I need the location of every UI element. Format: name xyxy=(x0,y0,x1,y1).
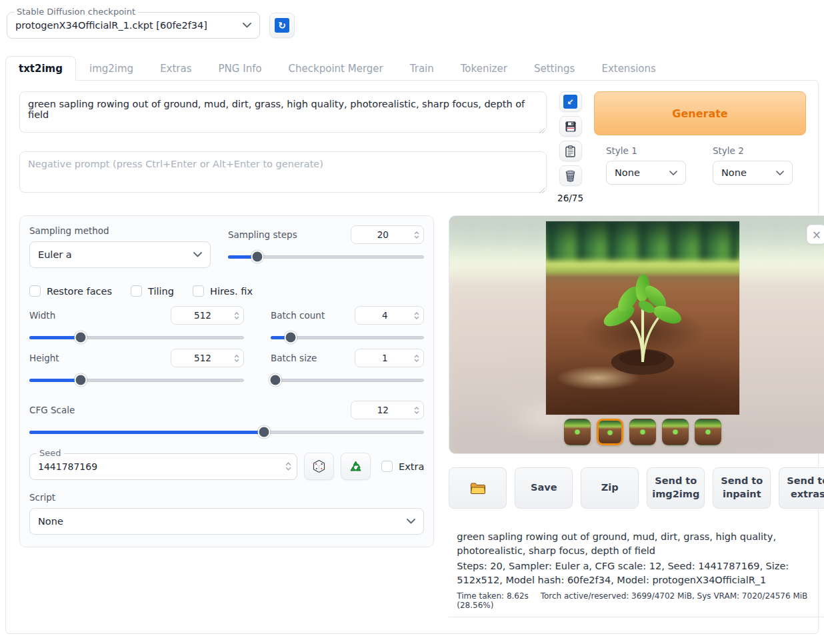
spinner-arrows-icon[interactable] xyxy=(285,462,291,471)
folder-icon xyxy=(470,482,486,495)
width-field xyxy=(171,306,244,325)
tab-extras[interactable]: Extras xyxy=(147,56,205,81)
zip-button[interactable]: Zip xyxy=(581,467,639,509)
style1-label: Style 1 xyxy=(606,145,686,156)
batch-count-slider[interactable] xyxy=(271,331,424,343)
floppy-disk-icon xyxy=(565,121,577,133)
tab-settings[interactable]: Settings xyxy=(521,56,589,81)
batch-count-input[interactable] xyxy=(355,310,414,321)
info-prompt-text: green sapling rowing out of ground, mud,… xyxy=(457,530,824,558)
tab-checkpoint-merger[interactable]: Checkpoint Merger xyxy=(275,56,397,81)
spinner-arrows-icon[interactable] xyxy=(414,231,419,239)
thumbnail-3[interactable] xyxy=(629,419,656,445)
prompt-tools-column: ↙ xyxy=(557,91,583,203)
clear-prompt-button[interactable] xyxy=(559,165,582,186)
tab-extensions[interactable]: Extensions xyxy=(588,56,669,81)
height-input[interactable] xyxy=(171,353,234,363)
height-label: Height xyxy=(29,353,59,363)
checkpoint-selector[interactable]: Stable Diffusion checkpoint protogenX34O… xyxy=(7,12,260,39)
width-input[interactable] xyxy=(171,310,234,321)
thumbnail-1[interactable] xyxy=(564,419,591,445)
result-actions: Save Zip Send to img2img Send to inpaint… xyxy=(449,467,824,509)
style1-dropdown[interactable]: None xyxy=(606,161,686,185)
cfg-scale-input[interactable] xyxy=(351,405,414,415)
thumbnail-2-selected[interactable] xyxy=(597,419,623,445)
spinner-arrows-icon[interactable] xyxy=(234,312,239,319)
spinner-arrows-icon[interactable] xyxy=(414,355,419,362)
style2-label: Style 2 xyxy=(713,145,793,156)
thumbnail-4[interactable] xyxy=(662,419,689,445)
sampling-steps-input[interactable] xyxy=(351,229,414,240)
style2-dropdown[interactable]: None xyxy=(713,161,793,185)
generation-params-panel: Sampling method Euler a Sampling steps xyxy=(19,215,434,547)
tab-train[interactable]: Train xyxy=(397,56,447,81)
chevron-down-icon xyxy=(243,23,251,28)
checkbox-icon[interactable] xyxy=(131,285,142,297)
sampling-steps-field xyxy=(351,225,424,244)
hires-fix-checkbox[interactable]: Hires. fix xyxy=(193,285,253,297)
chevron-down-icon xyxy=(669,171,677,175)
time-taken-text: Time taken: 8.62s xyxy=(457,591,529,601)
script-dropdown[interactable]: None xyxy=(29,508,424,535)
spinner-arrows-icon[interactable] xyxy=(414,407,419,414)
checkbox-icon[interactable] xyxy=(29,285,41,297)
slider-handle[interactable] xyxy=(251,251,264,263)
tab-img2img[interactable]: img2img xyxy=(76,56,147,81)
sampling-method-label: Sampling method xyxy=(29,225,211,236)
app-root: Stable Diffusion checkpoint protogenX34O… xyxy=(0,0,824,644)
thumbnail-5[interactable] xyxy=(695,419,721,445)
random-seed-button[interactable] xyxy=(304,453,334,480)
generate-column: Generate Style 1 None Style 2 None xyxy=(594,91,806,203)
send-to-img2img-button[interactable]: Send to img2img xyxy=(647,467,705,509)
send-to-inpaint-button[interactable]: Send to inpaint xyxy=(713,467,771,509)
width-slider[interactable] xyxy=(29,331,244,343)
sampling-steps-slider[interactable] xyxy=(228,251,424,263)
send-to-extras-button[interactable]: Send to extras xyxy=(779,467,824,509)
info-params-text: Steps: 20, Sampler: Euler a, CFG scale: … xyxy=(457,559,824,587)
chevron-down-icon xyxy=(776,171,784,175)
batch-size-input[interactable] xyxy=(355,353,414,363)
close-icon: × xyxy=(812,228,821,241)
open-folder-button[interactable] xyxy=(449,467,507,509)
paste-generation-params-button[interactable]: ↙ xyxy=(559,91,582,112)
negative-prompt-input[interactable] xyxy=(19,151,547,193)
apply-style-button[interactable] xyxy=(559,141,582,161)
checkbox-icon[interactable] xyxy=(193,285,204,297)
tiling-checkbox[interactable]: Tiling xyxy=(131,285,174,297)
hires-fix-label: Hires. fix xyxy=(210,286,253,297)
batch-count-field xyxy=(355,306,424,325)
generated-image[interactable] xyxy=(546,221,739,415)
slider-handle[interactable] xyxy=(269,374,281,387)
token-counter: 26/75 xyxy=(557,193,583,203)
batch-size-slider[interactable] xyxy=(271,374,424,386)
spinner-arrows-icon[interactable] xyxy=(414,312,419,319)
checkbox-icon[interactable] xyxy=(381,461,393,472)
save-style-button[interactable] xyxy=(559,116,582,137)
tab-txt2img[interactable]: txt2img xyxy=(5,56,76,81)
slider-handle[interactable] xyxy=(75,331,87,344)
arrow-down-left-icon: ↙ xyxy=(563,95,577,109)
slider-handle[interactable] xyxy=(258,426,271,439)
slider-handle[interactable] xyxy=(284,331,297,344)
cfg-scale-slider[interactable] xyxy=(29,426,424,438)
sampling-method-dropdown[interactable]: Euler a xyxy=(29,241,211,268)
prompt-input[interactable]: green sapling rowing out of ground, mud,… xyxy=(19,91,547,133)
batch-size-field xyxy=(355,349,424,367)
close-gallery-button[interactable]: × xyxy=(807,225,824,244)
dice-icon xyxy=(312,459,326,473)
save-button[interactable]: Save xyxy=(515,467,573,509)
spinner-arrows-icon[interactable] xyxy=(234,355,239,362)
extra-seed-checkbox[interactable]: Extra xyxy=(381,461,424,472)
tab-png-info[interactable]: PNG Info xyxy=(205,56,275,81)
slider-handle[interactable] xyxy=(75,374,87,387)
output-column: × Save xyxy=(449,215,824,617)
tab-tokenizer[interactable]: Tokenizer xyxy=(447,56,521,81)
seed-input[interactable] xyxy=(38,461,285,472)
refresh-checkpoints-button[interactable]: ↻ xyxy=(269,13,295,38)
height-slider[interactable] xyxy=(29,374,244,386)
recycle-icon xyxy=(349,460,363,473)
restore-faces-checkbox[interactable]: Restore faces xyxy=(29,285,112,297)
generate-button[interactable]: Generate xyxy=(594,91,806,135)
reuse-seed-button[interactable] xyxy=(341,453,371,480)
cfg-scale-label: CFG Scale xyxy=(29,405,75,415)
